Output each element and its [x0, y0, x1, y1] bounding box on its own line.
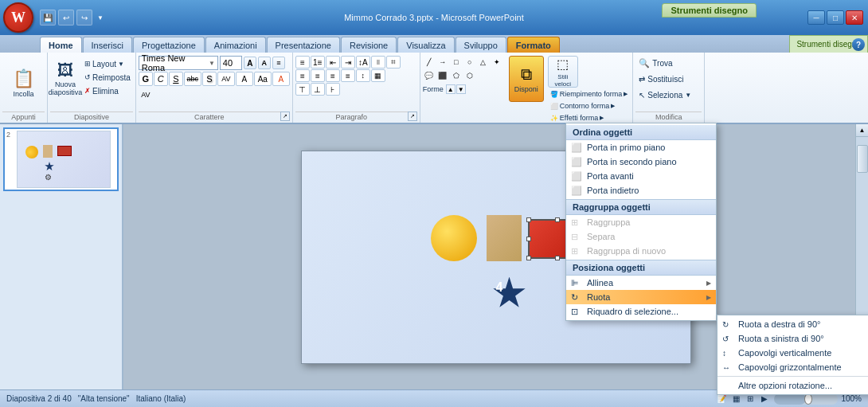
increase-indent-button[interactable]: ⇥ — [341, 56, 355, 68]
font-highlight-button[interactable]: A — [272, 72, 290, 86]
shape-flowchart-button[interactable]: ⬡ — [463, 69, 476, 82]
align-right-button[interactable]: ≡ — [326, 69, 340, 82]
tab-home[interactable]: Home — [40, 37, 82, 53]
ruota-item[interactable]: ↻ Ruota ▶ — [566, 290, 716, 304]
allinea-item[interactable]: ⊫ Allinea ▶ — [566, 276, 716, 290]
contorno-forma-button[interactable]: ⬜ Contorno forma ▶ — [548, 100, 631, 112]
riempimento-forma-button[interactable]: 🪣 Riempimento forma ▶ — [548, 88, 631, 100]
maximize-button[interactable]: □ — [827, 10, 844, 25]
capovolgi-h-item[interactable]: ↔ Capovolgi grizzontalmente — [717, 360, 868, 374]
font-size-up-button[interactable]: A — [244, 57, 256, 69]
tab-formato[interactable]: Formato — [507, 37, 560, 53]
separa-item[interactable]: ⊟ Separa — [566, 229, 716, 244]
carattere-expand-button[interactable]: ↗ — [280, 112, 290, 121]
riquadro-item[interactable]: ⊡ Riquadro di selezione... — [566, 304, 716, 319]
bullets-button[interactable]: ≡ — [295, 56, 310, 68]
font-color-button[interactable]: A — [236, 72, 253, 86]
case-button[interactable]: AV — [217, 72, 235, 86]
strikethrough-button[interactable]: abc — [184, 72, 201, 86]
align-left-button[interactable]: ≡ — [295, 69, 310, 82]
numbering-button[interactable]: 1≡ — [311, 56, 325, 68]
columns2-button[interactable]: ▦ — [371, 69, 385, 82]
close-button[interactable]: ✕ — [846, 10, 863, 25]
disponi-button[interactable]: ⧉ Disponi — [509, 56, 544, 102]
slide-thumbnail[interactable]: 2 ⚙ — [3, 127, 119, 191]
ruota-sinistra-item[interactable]: ↺ Ruota a sinistra di 90° — [717, 331, 868, 346]
reimposta-button[interactable]: ↺ Reimposta — [82, 71, 133, 84]
shape-callout-button[interactable]: 💬 — [423, 69, 436, 82]
font-color-aa-button[interactable]: Aa — [254, 72, 272, 86]
sostituisci-button[interactable]: ⇄ Sostituisci — [635, 72, 702, 86]
capovolgi-v-icon: ↕ — [722, 349, 726, 358]
elimina-button[interactable]: ✗ Elimina — [82, 84, 133, 97]
tab-revisione[interactable]: Revisione — [341, 37, 397, 53]
help-button[interactable]: ? — [852, 38, 865, 51]
beige-rect-shape[interactable] — [487, 215, 522, 261]
incolla-button[interactable]: 📋 Incolla — [7, 59, 41, 107]
shape-triangle-button[interactable]: △ — [477, 56, 490, 68]
align-top-button[interactable]: ⊤ — [295, 83, 310, 96]
undo-button[interactable]: ↩ — [58, 10, 74, 25]
tab-inserisci[interactable]: Inserisci — [83, 37, 132, 53]
star-shape[interactable] — [493, 277, 526, 311]
redo-button[interactable]: ↪ — [76, 10, 92, 25]
shape-arrow-button[interactable]: → — [436, 56, 449, 68]
tab-animazioni[interactable]: Animazioni — [205, 37, 266, 53]
customize-button[interactable]: ▼ — [95, 10, 106, 25]
tab-sviluppo[interactable]: Sviluppo — [456, 37, 506, 53]
porta-secondo-piano-item[interactable]: ⬜ Porta in secondo piano — [566, 155, 716, 169]
ruota-destra-item[interactable]: ↻ Ruota a destra di 90° — [717, 317, 868, 331]
italic-button[interactable]: C — [154, 72, 168, 86]
paragrafo-expand-button[interactable]: ↗ — [408, 112, 417, 121]
font-name-input[interactable]: Times New Roma ▼ — [139, 56, 218, 70]
forme-scroll-up[interactable]: ▲ — [446, 84, 456, 94]
shape-circle-button[interactable]: ○ — [463, 56, 476, 68]
shape-pentagon-button[interactable]: ⬠ — [450, 69, 463, 82]
capovolgi-v-item[interactable]: ↕ Capovolgi verticalmente — [717, 346, 868, 360]
scroll-thumb[interactable] — [857, 145, 868, 173]
forme-scroll-down[interactable]: ▼ — [456, 84, 466, 94]
porta-indietro-item[interactable]: ⬜ Porta indietro — [566, 183, 716, 198]
office-button[interactable]: W — [0, 0, 37, 35]
align-middle-button[interactable]: ⊥ — [311, 83, 325, 96]
altre-opzioni-item[interactable]: Altre opzioni rotazione... — [717, 378, 868, 393]
font-size-input[interactable]: 40 — [220, 56, 242, 70]
effetti-forma-button[interactable]: ✨ Effetti forma ▶ — [548, 112, 631, 123]
justify-button[interactable]: ≡ — [341, 69, 355, 82]
raggruppa-di-nuovo-item[interactable]: ⊞ Raggruppa di nuovo — [566, 244, 716, 258]
slide-number: 2 — [6, 131, 14, 139]
porta-avanti-item[interactable]: ⬜ Porta avanti — [566, 169, 716, 183]
smartart-button[interactable]: ⌗ — [386, 56, 401, 68]
align-bottom-button[interactable]: ⊦ — [326, 83, 340, 96]
text-direction-button[interactable]: ↕A — [356, 56, 370, 68]
porta-indietro-icon: ⬜ — [571, 186, 582, 196]
line-spacing-button[interactable]: ↕ — [356, 69, 370, 82]
save-button[interactable]: 💾 — [40, 10, 56, 25]
tab-progettazione[interactable]: Progettazione — [133, 37, 205, 53]
font-list-button[interactable]: ≡ — [272, 57, 285, 69]
tab-visualizza[interactable]: Visualizza — [397, 37, 454, 53]
raggruppa-item[interactable]: ⊞ Raggruppa — [566, 215, 716, 229]
font-size-down-button[interactable]: A — [258, 57, 271, 69]
stili-veloci-button[interactable]: ⬚ Stili veloci — [548, 56, 578, 88]
scroll-up-button[interactable]: ▲ — [856, 124, 869, 137]
trova-button[interactable]: 🔍 Trova — [635, 56, 702, 70]
porta-primo-piano-item[interactable]: ⬜ Porta in primo piano — [566, 140, 716, 155]
nuova-diapositiva-button[interactable]: 🖼 Nuova diapositiva — [50, 56, 80, 102]
layout-button[interactable]: ⊞ Layout ▼ — [82, 57, 133, 70]
shape-block-button[interactable]: ⬛ — [436, 69, 449, 82]
underline-button[interactable]: S — [169, 72, 183, 86]
shape-line-button[interactable]: ╱ — [423, 56, 436, 68]
minimize-button[interactable]: ─ — [807, 10, 825, 25]
shape-star-button[interactable]: ✦ — [491, 56, 503, 68]
seleziona-button[interactable]: ↖ Seleziona ▼ — [635, 88, 702, 102]
bold-button[interactable]: G — [139, 72, 153, 86]
char-spacing-button[interactable]: AV — [139, 88, 153, 102]
decrease-indent-button[interactable]: ⇤ — [326, 56, 340, 68]
tab-presentazione[interactable]: Presentazione — [267, 37, 340, 53]
circle-shape[interactable] — [431, 215, 477, 261]
shape-rect-button[interactable]: □ — [450, 56, 463, 68]
align-center-button[interactable]: ≡ — [311, 69, 325, 82]
columns-button[interactable]: ⫴ — [371, 56, 385, 68]
shadow-button[interactable]: S — [202, 72, 217, 86]
